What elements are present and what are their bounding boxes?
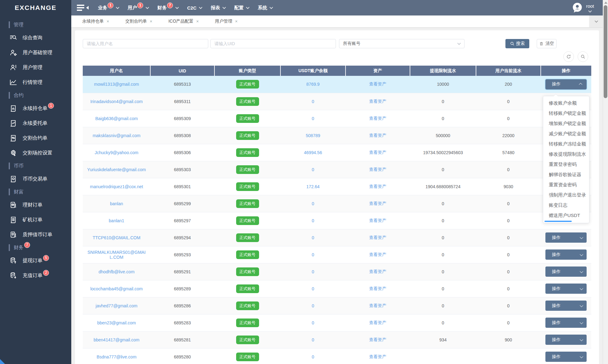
action-button[interactable]: 操作 bbox=[545, 352, 587, 362]
refresh-button[interactable] bbox=[563, 51, 574, 62]
view-assets-link[interactable]: 查看资产 bbox=[369, 184, 386, 189]
clear-button[interactable]: 清空 bbox=[537, 39, 557, 48]
action-menu-item[interactable]: 账变日志 bbox=[543, 200, 589, 210]
sidebar-item-search-list[interactable]: 综合查询 bbox=[0, 30, 71, 45]
view-assets-link[interactable]: 查看资产 bbox=[369, 201, 386, 206]
view-assets-link[interactable]: 查看资产 bbox=[369, 235, 386, 240]
view-assets-link[interactable]: 查看资产 bbox=[369, 133, 386, 138]
sidebar-item-chart-line[interactable]: 行情管理 bbox=[0, 75, 71, 90]
close-icon[interactable]: × bbox=[235, 19, 237, 24]
balance-link[interactable]: 0 bbox=[312, 99, 314, 104]
action-menu-item[interactable]: 增加账户锁定金额 bbox=[543, 118, 589, 128]
column-search-button[interactable] bbox=[578, 51, 588, 62]
sidebar-item-db-down[interactable]: 充值订单2 bbox=[0, 268, 71, 283]
user-area[interactable]: root bbox=[572, 2, 594, 13]
close-icon[interactable]: × bbox=[196, 19, 199, 24]
view-assets-link[interactable]: 查看资产 bbox=[369, 320, 386, 325]
username-link[interactable]: locochamba45@gmail.com bbox=[90, 286, 143, 291]
balance-link[interactable]: 0 bbox=[312, 337, 314, 342]
balance-link[interactable]: 0 bbox=[312, 320, 314, 325]
close-icon[interactable]: × bbox=[150, 19, 152, 24]
balance-link[interactable]: 0 bbox=[312, 269, 314, 274]
tab-item[interactable]: ICO产品配置× bbox=[168, 19, 199, 24]
sidebar-item-doc-chart[interactable]: 永续持仓单1 bbox=[0, 101, 71, 116]
navbar-item[interactable]: 系统 bbox=[258, 0, 272, 15]
balance-link[interactable]: 172.64 bbox=[306, 184, 320, 189]
navbar-item[interactable]: 用户1 bbox=[128, 0, 148, 15]
balance-link[interactable]: 8769.9 bbox=[306, 82, 320, 87]
action-button[interactable]: 操作 bbox=[545, 335, 587, 345]
action-button[interactable]: 操作 bbox=[545, 79, 587, 89]
action-menu-item[interactable]: 转移账户冻结金额 bbox=[543, 139, 589, 149]
account-type-select[interactable]: 所有账号 bbox=[339, 39, 465, 48]
scrollbar-up-arrow[interactable] bbox=[604, 2, 607, 4]
username-link[interactable]: Yuriuskdelafuente@gmail.com bbox=[87, 167, 146, 172]
tab-item[interactable]: 交割合约单× bbox=[125, 19, 152, 24]
action-button[interactable]: 操作 bbox=[545, 266, 587, 277]
sidebar-item-doc-coin[interactable]: 币币交易单 bbox=[0, 171, 71, 186]
balance-link[interactable]: 0 bbox=[312, 201, 314, 206]
view-assets-link[interactable]: 查看资产 bbox=[369, 252, 386, 257]
action-button[interactable]: 操作 bbox=[545, 249, 587, 260]
username-search-input[interactable] bbox=[83, 39, 208, 48]
action-menu-item[interactable]: 转移账户锁定金额 bbox=[543, 108, 589, 118]
view-assets-link[interactable]: 查看资产 bbox=[369, 354, 386, 359]
navbar-item[interactable]: 报表 bbox=[211, 0, 225, 15]
tab-overflow-button[interactable] bbox=[589, 15, 603, 27]
action-menu-item[interactable]: 重置资金密码 bbox=[543, 180, 589, 190]
action-menu-item[interactable]: 重置登录密码 bbox=[543, 159, 589, 169]
view-assets-link[interactable]: 查看资产 bbox=[369, 81, 386, 86]
search-button[interactable]: 搜索 bbox=[505, 39, 529, 48]
balance-link[interactable]: 0 bbox=[312, 235, 314, 240]
balance-link[interactable]: 0 bbox=[312, 218, 314, 223]
username-link[interactable]: Bsdna777@live.com bbox=[97, 354, 137, 359]
sidebar-collapse-button[interactable] bbox=[77, 5, 89, 11]
sidebar-item-doc-lock[interactable]: 质押借币订单 bbox=[0, 227, 71, 242]
balance-link[interactable]: 0 bbox=[312, 167, 314, 172]
username-link[interactable]: maksklasniv@gmail.com bbox=[93, 133, 140, 138]
action-menu-item[interactable]: 修改提现限制流水 bbox=[543, 149, 589, 159]
action-menu-item[interactable]: 解绑谷歌验证器 bbox=[543, 169, 589, 180]
tab-item[interactable]: 永续持仓单× bbox=[82, 19, 109, 24]
username-link[interactable]: bben23@gmail.com bbox=[97, 320, 136, 325]
scrollbar-thumb[interactable] bbox=[604, 5, 607, 98]
sidebar-item-db-up[interactable]: 提现订单5 bbox=[0, 253, 71, 268]
username-link[interactable]: javhed77@gmail.com bbox=[96, 303, 138, 308]
action-menu-item[interactable]: 赠送用户USDT bbox=[543, 210, 589, 220]
balance-link[interactable]: 508789 bbox=[306, 133, 320, 138]
balance-link[interactable]: 0 bbox=[312, 116, 314, 121]
username-link[interactable]: manuelrodriquez1@cox.net bbox=[90, 184, 143, 189]
sidebar-item-users-gear[interactable]: 用户基础管理 bbox=[0, 45, 71, 60]
view-assets-link[interactable]: 查看资产 bbox=[369, 269, 386, 274]
sidebar-item-user[interactable]: 用户管理 bbox=[0, 60, 71, 75]
close-icon[interactable]: × bbox=[107, 19, 109, 24]
username-link[interactable]: mowil1313@gmail.com bbox=[94, 82, 139, 87]
navbar-item[interactable]: 业务1 bbox=[98, 0, 118, 15]
balance-link[interactable]: 0 bbox=[312, 354, 314, 359]
balance-link[interactable]: 0 bbox=[312, 303, 314, 308]
navbar-item[interactable]: 配置 bbox=[234, 0, 249, 15]
view-assets-link[interactable]: 查看资产 bbox=[369, 303, 386, 308]
uid-search-input[interactable] bbox=[210, 39, 336, 48]
balance-link[interactable]: 0 bbox=[312, 286, 314, 291]
action-button[interactable]: 操作 bbox=[545, 232, 587, 243]
view-assets-link[interactable]: 查看资产 bbox=[369, 150, 386, 155]
sidebar-item-doc-trend[interactable]: 永续委托单 bbox=[0, 116, 71, 131]
username-link[interactable]: Jchucky9@yahoo.com bbox=[95, 150, 138, 155]
balance-link[interactable]: 0 bbox=[312, 252, 314, 257]
action-menu-item[interactable]: 强制用户退出登录 bbox=[543, 190, 589, 200]
view-assets-link[interactable]: 查看资产 bbox=[369, 218, 386, 223]
username-link[interactable]: banlan bbox=[110, 201, 123, 206]
navbar-item[interactable]: C2C bbox=[187, 0, 201, 15]
dropdown-scrollbar-thumb[interactable] bbox=[544, 221, 572, 222]
username-link[interactable]: banlan1 bbox=[109, 218, 124, 223]
sidebar-item-doc-money[interactable]: 理财订单 bbox=[0, 197, 71, 212]
balance-link[interactable]: 46994.56 bbox=[304, 150, 322, 155]
action-menu-item[interactable]: 减少账户锁定金额 bbox=[543, 128, 589, 139]
view-assets-link[interactable]: 查看资产 bbox=[369, 337, 386, 342]
username-link[interactable]: Irinadavidson4@gmail.com bbox=[90, 99, 143, 104]
username-link[interactable]: SNIRMALKUMARS01@GMAIL.COM bbox=[87, 250, 146, 260]
username-link[interactable]: Baigb636@gmail.com bbox=[95, 116, 138, 121]
username-link[interactable]: TTCP610@GMAIL.COM bbox=[93, 235, 140, 240]
view-assets-link[interactable]: 查看资产 bbox=[369, 286, 386, 291]
